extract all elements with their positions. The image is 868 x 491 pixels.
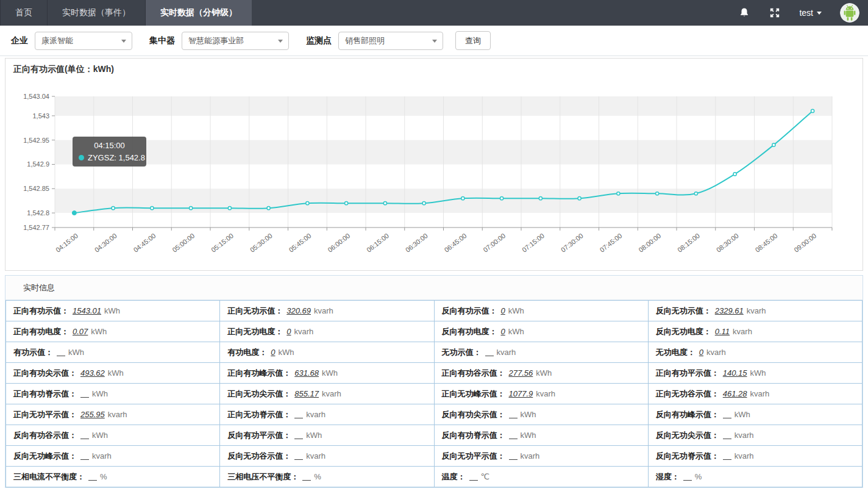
svg-text:06:00:00: 06:00:00 [326,232,351,254]
info-cell-value[interactable]: 631.68 [294,368,319,378]
info-cell-unit: kvarh [294,327,313,336]
monitor-point-filter: 监测点 销售部照明 [306,32,443,50]
info-cell-value[interactable]: 320.69 [286,306,311,315]
info-cell-label: 反向无功示值： [656,306,711,317]
monitor-point-select[interactable]: 销售部照明 [338,32,443,50]
info-cell-value[interactable]: 0 [699,348,703,357]
user-avatar[interactable] [840,3,859,23]
info-cell-unit: kWh [521,410,536,419]
info-cell-unit: % [695,472,702,481]
info-cell-value [509,452,518,460]
query-button[interactable]: 查询 [455,31,491,50]
nav-tabs: 首页实时数据（事件）实时数据（分钟级） [0,0,252,26]
info-cell-value[interactable]: 2329.61 [715,306,744,315]
info-cell-value[interactable]: 855.17 [294,389,319,398]
enterprise-label: 企业 [11,35,28,46]
info-cell-value[interactable]: 0.11 [715,327,730,336]
info-cell: 正向有功峰示值：631.68kWh [220,363,434,384]
svg-text:05:30:00: 05:30:00 [249,232,274,254]
info-cell-label: 温度： [442,471,466,482]
nav-tab-1[interactable]: 实时数据（事件） [48,0,146,26]
enterprise-selected-value: 康派智能 [41,35,73,46]
chart-tooltip: 04:15:00 ZYGSZ: 1,542.8 [73,137,146,167]
info-cell-value[interactable]: 461.28 [723,389,747,398]
tooltip-time: 04:15:00 [79,140,140,151]
info-cell: 正向无功示值：320.69kvarh [220,301,434,321]
info-cell-unit: kvarh [322,389,341,398]
info-cell-value[interactable]: 277.56 [509,368,533,378]
info-cell: 反向有功电度：0kWh [435,321,649,342]
info-cell: 正向无功电度：0kvarh [220,321,434,342]
svg-text:04:15:00: 04:15:00 [54,232,79,254]
series-dot-icon [79,155,84,160]
svg-text:1,542.8: 1,542.8 [27,209,49,217]
info-cell-unit: kvarh [521,451,540,461]
info-cell-unit: kWh [92,431,108,440]
info-cell-label: 正向有功平示值： [656,368,719,379]
chart-title: 正向有功示值(单位：kWh) [13,64,114,75]
info-cell-value[interactable]: 493.62 [80,368,105,378]
info-cell-value[interactable]: 140.15 [723,368,747,378]
fullscreen-icon[interactable] [769,7,781,19]
info-cell-unit: kvarh [735,451,754,461]
info-cell: 反向有功峰示值：kWh [649,404,863,425]
info-cell-label: 反向有功谷示值： [13,430,77,441]
navbar-right: test [738,0,868,26]
info-cell: 无功电度：0kvarh [649,342,863,363]
info-cell-value [294,410,303,418]
info-cell-unit: kvarh [108,410,127,419]
tooltip-value: ZYGSZ: 1,542.8 [88,152,145,163]
nav-tab-2[interactable]: 实时数据（分钟级） [146,0,252,26]
info-cell-value [509,431,518,439]
info-cell-unit: kvarh [314,306,333,315]
info-cell-value [294,452,303,460]
info-cell: 正向有功谷示值：277.56kWh [435,363,649,384]
chevron-down-icon [817,12,822,15]
info-cell-value[interactable]: 0 [271,348,275,357]
info-cell-unit: kvarh [750,389,770,398]
info-cell-label: 反向无功谷示值： [227,451,291,462]
info-cell-unit: kvarh [306,410,326,419]
info-cell: 反向有功脊示值：kWh [435,425,649,446]
nav-tab-0[interactable]: 首页 [0,0,48,26]
svg-text:08:45:00: 08:45:00 [753,232,778,254]
monitor-point-label: 监测点 [306,35,332,46]
realtime-info-table: 正向有功示值：1543.01kWh正向无功示值：320.69kvarh反向有功示… [5,300,863,487]
info-cell-value[interactable]: 0.07 [73,327,88,336]
info-cell: 三相电压不平衡度：% [220,467,434,487]
svg-text:06:30:00: 06:30:00 [404,232,429,254]
info-cell-value[interactable]: 0 [286,327,291,336]
info-cell-unit: kvarh [706,348,726,357]
info-cell-value[interactable]: 1543.01 [73,306,101,315]
info-cell: 反向无功电度：0.11kvarh [649,321,863,342]
info-cell-unit: ℃ [481,472,490,481]
info-cell-value [485,348,494,356]
info-cell-value[interactable]: 255.95 [80,410,105,419]
info-cell-unit: kvarh [92,451,112,461]
user-dropdown[interactable]: test [799,8,822,18]
svg-text:05:45:00: 05:45:00 [287,232,312,254]
filter-bar: 企业 康派智能 集中器 智慧能源事业部 监测点 销售部照明 查询 [0,26,868,56]
info-cell-label: 反向无功电度： [656,326,711,337]
concentrator-select[interactable]: 智慧能源事业部 [182,32,289,50]
info-cell-label: 反向有功脊示值： [442,430,505,441]
info-cell-unit: kWh [104,306,120,315]
info-cell-value[interactable]: 1077.9 [509,389,533,398]
info-cell-label: 正向有功峰示值： [227,368,291,379]
svg-text:1,543.04: 1,543.04 [23,93,49,100]
info-cell-value [723,452,731,460]
info-cell-unit: kWh [322,368,338,378]
info-cell-value[interactable]: 0 [501,327,505,336]
info-cell-label: 反向有功平示值： [227,430,291,441]
concentrator-selected-value: 智慧能源事业部 [188,35,244,46]
info-cell-unit: kWh [536,368,552,378]
info-cell-value[interactable]: 0 [501,306,505,315]
svg-text:05:15:00: 05:15:00 [210,232,235,254]
info-cell-label: 湿度： [656,471,680,482]
info-cell-unit: kWh [68,348,84,357]
svg-text:07:30:00: 07:30:00 [560,232,585,254]
notification-bell-icon[interactable] [738,7,750,19]
svg-text:07:45:00: 07:45:00 [598,232,623,254]
enterprise-select[interactable]: 康派智能 [35,32,132,50]
info-cell-unit: kvarh [536,389,555,398]
